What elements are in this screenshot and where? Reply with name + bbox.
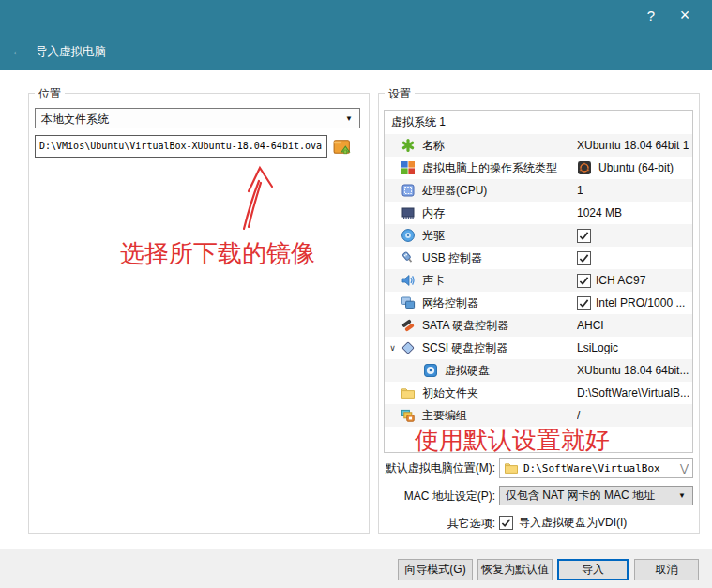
virtual-system-header[interactable]: 虚拟系统 1	[385, 111, 692, 134]
settings-row-dvd[interactable]: 光驱	[385, 224, 692, 247]
row-value: XUbuntu 18.04 64bit 1	[577, 139, 689, 152]
settings-row-sata[interactable]: SATA 硬盘控制器AHCI	[385, 314, 692, 337]
titlebar: ← 导入虚拟电脑 ? ×	[0, 0, 712, 70]
row-label: 名称	[422, 138, 445, 154]
row-value: Intel PRO/1000 ...	[596, 296, 685, 309]
row-value: AHCI	[577, 319, 604, 332]
settings-row-name[interactable]: 名称XUbuntu 18.04 64bit 1	[385, 134, 692, 157]
options-row: 导入虚拟硬盘为VDI(I)	[499, 515, 627, 531]
mac-policy-value: 仅包含 NAT 网卡的 MAC 地址	[506, 489, 655, 502]
usb-icon	[401, 250, 416, 265]
settings-row-os-type[interactable]: 虚拟电脑上的操作系统类型Ubuntu (64-bit)	[385, 157, 692, 179]
vdisk-icon	[423, 363, 438, 378]
settings-row-vdisk[interactable]: 虚拟硬盘XUbuntu 18.04 64bit...	[385, 359, 692, 382]
folder-icon	[504, 460, 519, 475]
options-label: 其它选项:	[379, 513, 495, 534]
mac-policy-select[interactable]: 仅包含 NAT 网卡的 MAC 地址 ▼	[499, 486, 693, 505]
row-label: SCSI 硬盘控制器	[422, 340, 507, 356]
row-label: SATA 硬盘控制器	[422, 318, 508, 334]
chevron-down-icon: ▼	[345, 109, 353, 129]
os-type-icon	[401, 160, 416, 175]
group-icon	[401, 408, 416, 423]
page-title: 导入虚拟电脑	[36, 44, 106, 60]
row-value: Ubuntu (64-bit)	[598, 161, 674, 174]
row-label: 处理器(CPU)	[422, 183, 487, 199]
settings-tree-rows: 名称XUbuntu 18.04 64bit 1虚拟电脑上的操作系统类型Ubunt…	[385, 134, 692, 427]
location-group: 位置 本地文件系统 ▼ D:\VMios\Ubuntu\VirtualBox-X…	[28, 93, 370, 534]
dvd-checkbox[interactable]	[577, 229, 591, 243]
row-label: 虚拟电脑上的操作系统类型	[422, 160, 557, 176]
row-label: 声卡	[422, 273, 445, 289]
restore-defaults-button[interactable]: 恢复为默认值	[477, 559, 553, 580]
import-vdi-checkbox[interactable]	[499, 516, 513, 530]
memory-icon	[401, 205, 416, 220]
browse-file-button[interactable]	[332, 137, 352, 157]
settings-group-label: 设置	[385, 86, 415, 102]
row-label: 主要编组	[422, 408, 467, 424]
annotation-arrow	[29, 94, 369, 533]
row-value: XUbuntu 18.04 64bit...	[577, 364, 689, 377]
cpu-icon	[401, 183, 416, 198]
import-vdi-label: 导入虚拟硬盘为VDI(I)	[519, 515, 627, 531]
machine-folder-combo[interactable]: D:\SoftWare\VirtualBox ⋁	[499, 458, 693, 478]
settings-group: 设置 虚拟系统 1 名称XUbuntu 18.04 64bit 1虚拟电脑上的操…	[378, 93, 700, 534]
mac-policy-label: MAC 地址设定(P):	[379, 486, 495, 506]
guided-mode-button[interactable]: 向导模式(G)	[398, 559, 473, 580]
row-value: 1	[577, 184, 583, 197]
settings-row-usb[interactable]: USB 控制器	[385, 247, 692, 269]
help-button[interactable]: ?	[636, 4, 666, 28]
ubuntu-icon	[577, 160, 592, 175]
source-select-value: 本地文件系统	[41, 113, 109, 126]
row-value: D:\SoftWare\VirtualB...	[577, 386, 689, 400]
dvd-icon	[401, 228, 416, 243]
network-checkbox[interactable]	[577, 296, 591, 310]
location-group-label: 位置	[35, 86, 65, 102]
scsi-icon	[401, 340, 416, 355]
name-icon	[401, 138, 416, 153]
sata-icon	[401, 318, 416, 333]
settings-row-cpu[interactable]: 处理器(CPU)1	[385, 179, 692, 202]
chevron-down-icon: ▼	[678, 487, 686, 505]
network-icon	[401, 295, 416, 310]
row-value: LsiLogic	[577, 341, 618, 354]
footer-bar: 向导模式(G) 恢复为默认值 导入 取消	[0, 549, 712, 588]
usb-checkbox[interactable]	[577, 251, 591, 265]
row-value: /	[577, 409, 580, 422]
annotation-select-image: 选择所下载的镜像	[120, 237, 315, 270]
machine-folder-label: 默认虚拟电脑位置(M):	[379, 458, 495, 478]
source-select[interactable]: 本地文件系统 ▼	[35, 108, 360, 128]
row-label: 初始文件夹	[422, 385, 478, 401]
choose-file-icon	[332, 137, 352, 157]
import-appliance-dialog: ← 导入虚拟电脑 ? × 位置 本地文件系统 ▼ D:\VMios\Ubuntu…	[0, 0, 712, 588]
chevron-down-icon: ⋁	[680, 463, 689, 473]
file-path-input[interactable]: D:\VMios\Ubuntu\VirtualBox-XUbuntu-18.04…	[35, 135, 327, 158]
row-label: 光驱	[422, 228, 445, 244]
folder-icon	[401, 385, 416, 400]
settings-row-network[interactable]: 网络控制器Intel PRO/1000 ...	[385, 292, 692, 314]
import-button[interactable]: 导入	[557, 559, 629, 580]
row-label: 内存	[422, 205, 445, 221]
settings-row-memory[interactable]: 内存1024 MB	[385, 202, 692, 224]
back-icon[interactable]: ←	[8, 42, 28, 59]
settings-row-base-folder[interactable]: 初始文件夹D:\SoftWare\VirtualB...	[385, 382, 692, 404]
row-label: 虚拟硬盘	[445, 363, 490, 379]
expander-chevron-icon[interactable]: ∨	[385, 343, 401, 353]
close-button[interactable]: ×	[668, 4, 702, 28]
cancel-button[interactable]: 取消	[634, 559, 699, 580]
audio-icon	[401, 273, 416, 288]
row-value: ICH AC97	[596, 274, 645, 287]
settings-tree: 虚拟系统 1 名称XUbuntu 18.04 64bit 1虚拟电脑上的操作系统…	[384, 110, 693, 453]
settings-row-sound[interactable]: 声卡ICH AC97	[385, 269, 692, 292]
machine-folder-value: D:\SoftWare\VirtualBox	[523, 462, 680, 475]
row-label: 网络控制器	[422, 295, 478, 311]
row-value: 1024 MB	[577, 206, 622, 219]
settings-row-scsi[interactable]: ∨SCSI 硬盘控制器LsiLogic	[385, 337, 692, 359]
annotation-use-defaults: 使用默认设置就好	[415, 424, 610, 457]
sound-checkbox[interactable]	[577, 274, 591, 288]
row-label: USB 控制器	[422, 250, 482, 266]
